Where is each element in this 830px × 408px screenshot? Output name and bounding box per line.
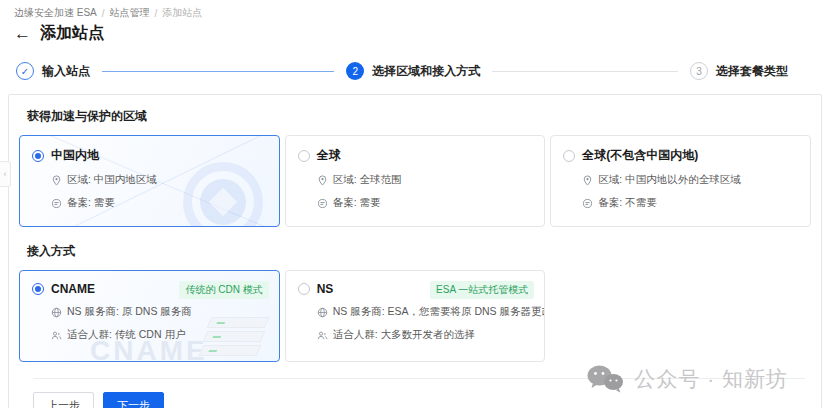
step-3-select-plan: 3 选择套餐类型 [690,62,788,80]
users-icon [51,330,62,341]
audience-line: 适合人群: 传统 CDN 用户 [67,328,185,342]
location-pin-icon [51,175,62,186]
ns-provider-line: NS 服务商: ESA，您需要将原 DNS 服务器更改为 ESA [333,305,546,319]
page-title: 添加站点 [40,23,104,44]
card-title: 全球(不包含中国内地) [582,147,698,164]
radio-region-china-mainland[interactable] [32,150,44,162]
globe-icon [51,307,62,318]
breadcrumb-separator: / [102,8,105,19]
location-pin-icon [582,175,593,186]
radio-access-ns[interactable] [298,283,310,295]
users-icon [317,330,328,341]
filing-line: 备案: 需要 [67,196,115,210]
breadcrumb-separator: / [155,8,158,19]
breadcrumb-item-esa[interactable]: 边缘安全加速 ESA [14,6,97,20]
page-header: ← 添加站点 [14,23,104,44]
filing-icon [51,198,62,209]
sidebar-collapse-handle[interactable]: ‹ [0,161,11,187]
region-card-global-excl-china[interactable]: 全球(不包含中国内地) 区域: 中国内地以外的全球区域 备案: 不需要 [550,135,811,227]
wechat-icon [586,364,624,394]
step-number-badge: 2 [346,62,364,80]
step-number-badge: 3 [690,62,708,80]
page-watermark: 公众号 · 知新坊 [586,364,788,394]
filing-line: 备案: 需要 [333,196,381,210]
access-card-cname[interactable]: CNAME 传统的 CDN 模式 CNAME NS 服务商: 原 DNS 服务商… [19,270,280,362]
region-card-global[interactable]: 全球 区域: 全球范围 备案: 需要 [285,135,546,227]
breadcrumb-item-site-management[interactable]: 站点管理 [110,6,150,20]
ns-provider-line: NS 服务商: 原 DNS 服务商 [67,305,192,319]
next-step-button[interactable]: 下一步 [103,392,164,408]
step-connector [492,71,678,72]
filing-icon [582,198,593,209]
region-line: 区域: 中国内地区域 [67,173,157,187]
back-arrow-icon[interactable]: ← [14,25,31,42]
region-line: 区域: 中国内地以外的全球区域 [598,173,740,187]
step-label: 选择套餐类型 [716,63,788,80]
footer-actions: 上一步 下一步 [33,392,811,408]
step-label: 选择区域和接入方式 [372,63,480,80]
step-1-enter-site: ✓ 输入站点 [16,62,90,80]
access-card-ns[interactable]: ESA 一站式托管模式 NS NS 服务商: ESA，您需要将原 DNS 服务器… [285,270,546,362]
location-pin-icon [317,175,328,186]
card-title: NS [317,282,334,296]
region-card-china-mainland[interactable]: 中国内地 区域: 中国内地区域 备案: 需要 [19,135,280,227]
chevron-left-icon: ‹ [4,169,7,179]
card-title: CNAME [51,282,95,296]
step-connector [102,71,334,72]
empty-grid-cell [550,270,811,362]
card-title: 中国内地 [51,147,99,164]
radio-access-cname[interactable] [32,283,44,295]
filing-line: 备案: 不需要 [598,196,656,210]
filing-icon [317,198,328,209]
watermark-text: 公众号 · 知新坊 [634,365,788,393]
radio-region-global-excl-china[interactable] [563,150,575,162]
form-panel: 获得加速与保护的区域 中国内地 区域: 中国内地区域 备案: 需要 [8,94,822,408]
access-card-grid: CNAME 传统的 CDN 模式 CNAME NS 服务商: 原 DNS 服务商… [19,270,811,362]
card-title: 全球 [317,147,341,164]
breadcrumb: 边缘安全加速 ESA / 站点管理 / 添加站点 [14,6,202,20]
radio-region-global[interactable] [298,150,310,162]
access-section-title: 接入方式 [27,243,811,260]
breadcrumb-item-add-site: 添加站点 [162,6,202,20]
region-line: 区域: 全球范围 [333,173,402,187]
step-indicator: ✓ 输入站点 2 选择区域和接入方式 3 选择套餐类型 [16,62,788,80]
step-2-select-region-access: 2 选择区域和接入方式 [346,62,480,80]
step-check-icon: ✓ [16,62,34,80]
audience-line: 适合人群: 大多数开发者的选择 [333,328,475,342]
region-section-title: 获得加速与保护的区域 [27,108,811,125]
globe-icon [317,307,328,318]
region-card-grid: 中国内地 区域: 中国内地区域 备案: 需要 全球 区域: 全球范围 [19,135,811,227]
previous-step-button[interactable]: 上一步 [33,392,94,408]
step-label: 输入站点 [42,63,90,80]
